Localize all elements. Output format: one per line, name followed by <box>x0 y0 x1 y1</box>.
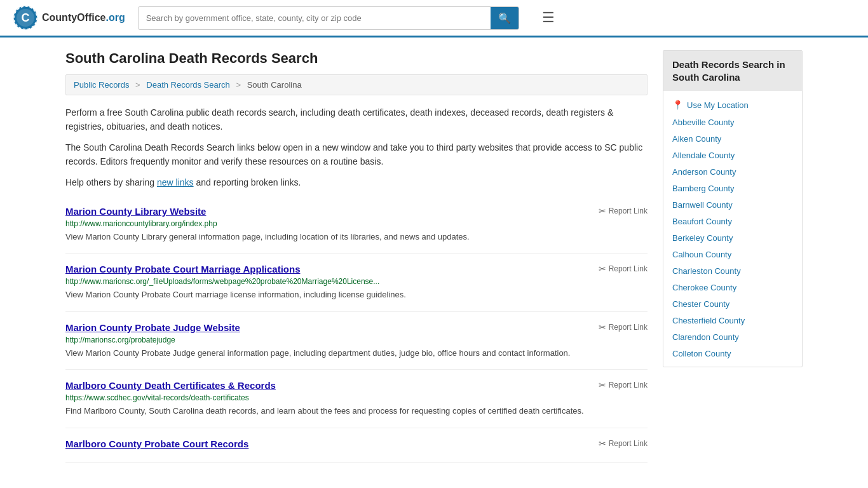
county-list: Abbeville CountyAiken CountyAllendale Co… <box>663 114 802 362</box>
sidebar-box: Death Records Search in South Carolina 📍… <box>663 50 803 367</box>
report-link-btn-1[interactable]: ✂ Report Link <box>599 264 648 274</box>
scissors-icon-0: ✂ <box>599 206 606 216</box>
sidebar-county-item: Anderson County <box>663 163 802 180</box>
use-my-location-item[interactable]: 📍 Use My Location <box>663 96 802 114</box>
page-title: South Carolina Death Records Search <box>65 50 648 67</box>
result-item: Marlboro County Death Certificates & Rec… <box>65 370 648 428</box>
result-title-4[interactable]: Marlboro County Probate Court Records <box>65 438 248 449</box>
description-2: The South Carolina Death Records Search … <box>65 140 648 169</box>
county-link-10[interactable]: Cherokee County <box>672 283 736 292</box>
sidebar-county-item: Bamberg County <box>663 180 802 196</box>
use-my-location-link[interactable]: Use My Location <box>687 100 749 110</box>
result-desc-3: Find Marlboro County, South Carolina dea… <box>65 405 648 417</box>
breadcrumb-link-death-records-search[interactable]: Death Records Search <box>146 80 230 90</box>
result-url-3: https://www.scdhec.gov/vital-records/dea… <box>65 393 648 402</box>
site-logo[interactable]: C CountyOffice.org <box>13 5 125 30</box>
result-item: Marlboro County Probate Court Records ✂ … <box>65 428 648 463</box>
result-item: Marion County Probate Judge Website ✂ Re… <box>65 312 648 370</box>
breadcrumb: Public Records > Death Records Search > … <box>65 74 648 95</box>
scissors-icon-2: ✂ <box>599 322 606 332</box>
result-item: Marion County Probate Court Marriage App… <box>65 254 648 312</box>
county-link-4[interactable]: Bamberg County <box>672 184 735 193</box>
sidebar-county-item: Calhoun County <box>663 246 802 262</box>
location-icon: 📍 <box>672 100 683 110</box>
sidebar-county-item: Colleton County <box>663 345 802 362</box>
description-3: Help others by sharing new links and rep… <box>65 175 648 189</box>
scissors-icon-1: ✂ <box>599 264 606 274</box>
county-link-2[interactable]: Allendale County <box>672 151 735 160</box>
hamburger-menu-button[interactable]: ☰ <box>537 7 560 29</box>
logo-text: CountyOffice.org <box>42 12 125 24</box>
result-title-1[interactable]: Marion County Probate Court Marriage App… <box>65 264 300 274</box>
search-bar: 🔍 <box>138 6 519 30</box>
sidebar-county-item: Berkeley County <box>663 229 802 246</box>
county-link-12[interactable]: Chesterfield County <box>672 316 745 325</box>
new-links-link[interactable]: new links <box>157 177 194 187</box>
main-content: South Carolina Death Records Search Publ… <box>65 50 648 463</box>
result-title-3[interactable]: Marlboro County Death Certificates & Rec… <box>65 380 276 391</box>
county-link-0[interactable]: Abbeville County <box>672 118 735 127</box>
breadcrumb-current: South Carolina <box>247 80 302 90</box>
search-button[interactable]: 🔍 <box>491 7 519 29</box>
result-header-3: Marlboro County Death Certificates & Rec… <box>65 380 648 391</box>
report-link-btn-3[interactable]: ✂ Report Link <box>599 380 648 390</box>
report-link-btn-0[interactable]: ✂ Report Link <box>599 206 648 216</box>
result-header-2: Marion County Probate Judge Website ✂ Re… <box>65 322 648 333</box>
county-link-13[interactable]: Clarendon County <box>672 332 739 342</box>
sidebar-county-item: Clarendon County <box>663 329 802 345</box>
search-input[interactable] <box>139 8 491 28</box>
county-link-8[interactable]: Calhoun County <box>672 250 731 259</box>
sidebar: Death Records Search in South Carolina 📍… <box>663 50 803 463</box>
county-link-3[interactable]: Anderson County <box>672 167 736 177</box>
results-list: Marion County Library Website ✂ Report L… <box>65 196 648 463</box>
county-link-1[interactable]: Aiken County <box>672 134 721 144</box>
county-link-14[interactable]: Colleton County <box>672 349 731 358</box>
logo-icon: C <box>13 5 38 30</box>
page-wrap: South Carolina Death Records Search Publ… <box>53 37 815 475</box>
result-url-1: http://www.marionsc.org/_fileUploads/for… <box>65 277 648 286</box>
result-item: Marion County Library Website ✂ Report L… <box>65 196 648 254</box>
result-desc-1: View Marion County Probate Court marriag… <box>65 288 648 301</box>
result-header-4: Marlboro County Probate Court Records ✂ … <box>65 438 648 449</box>
sidebar-header: Death Records Search in South Carolina <box>663 51 802 91</box>
report-link-btn-2[interactable]: ✂ Report Link <box>599 322 648 332</box>
result-title-0[interactable]: Marion County Library Website <box>65 206 206 217</box>
breadcrumb-link-public-records[interactable]: Public Records <box>74 80 129 90</box>
county-link-11[interactable]: Chester County <box>672 299 729 309</box>
sidebar-county-item: Chesterfield County <box>663 312 802 329</box>
result-title-2[interactable]: Marion County Probate Judge Website <box>65 322 240 333</box>
sidebar-list: 📍 Use My Location Abbeville CountyAiken … <box>663 91 802 367</box>
county-link-9[interactable]: Charleston County <box>672 266 741 276</box>
sidebar-county-item: Aiken County <box>663 130 802 147</box>
sidebar-county-item: Chester County <box>663 295 802 312</box>
result-url-0: http://www.marioncountylibrary.org/index… <box>65 219 648 228</box>
scissors-icon-3: ✂ <box>599 380 606 390</box>
result-desc-2: View Marion County Probate Judge general… <box>65 347 648 360</box>
sidebar-county-item: Beaufort County <box>663 213 802 229</box>
sidebar-county-item: Barnwell County <box>663 196 802 213</box>
result-url-2: http://marionsc.org/probatejudge <box>65 336 648 344</box>
description-1: Perform a free South Carolina public dea… <box>65 105 648 134</box>
county-link-6[interactable]: Beaufort County <box>672 217 732 226</box>
county-link-7[interactable]: Berkeley County <box>672 233 733 243</box>
svg-text:C: C <box>22 11 30 24</box>
sidebar-county-item: Cherokee County <box>663 279 802 295</box>
sidebar-county-item: Allendale County <box>663 147 802 163</box>
sidebar-county-item: Charleston County <box>663 262 802 279</box>
result-header-0: Marion County Library Website ✂ Report L… <box>65 206 648 217</box>
report-link-btn-4[interactable]: ✂ Report Link <box>599 438 648 449</box>
result-desc-0: View Marion County Library general infor… <box>65 231 648 243</box>
county-link-5[interactable]: Barnwell County <box>672 200 733 210</box>
scissors-icon-4: ✂ <box>599 438 606 449</box>
result-header-1: Marion County Probate Court Marriage App… <box>65 264 648 274</box>
site-header: C CountyOffice.org 🔍 ☰ <box>0 0 868 37</box>
sidebar-county-item: Abbeville County <box>663 114 802 130</box>
